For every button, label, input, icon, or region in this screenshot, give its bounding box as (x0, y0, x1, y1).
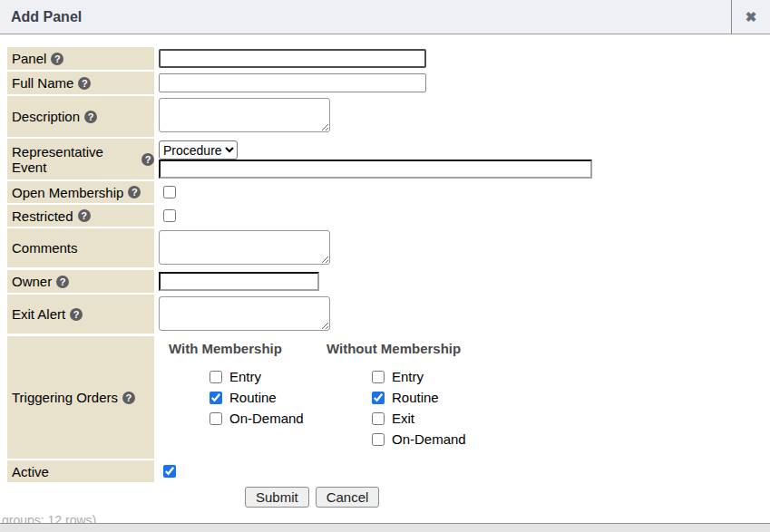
description-label: Description (12, 109, 80, 124)
triggering-orders-help-icon[interactable]: ? (122, 392, 135, 404)
without-routine-option: Routine (372, 387, 466, 408)
restricted-label-cell: Restricted ? (7, 205, 154, 227)
exit-alert-textarea[interactable] (159, 296, 330, 331)
active-label-cell: Active (7, 460, 154, 482)
with-on-demand-option: On-Demand (210, 408, 304, 429)
without-entry-checkbox[interactable] (372, 371, 385, 383)
row-description: Description ? (7, 96, 770, 137)
owner-label: Owner (12, 274, 52, 289)
with-on-demand-label: On-Demand (229, 411, 304, 426)
without-on-demand-option: On-Demand (372, 429, 466, 450)
with-on-demand-checkbox[interactable] (210, 412, 222, 425)
full-name-help-icon[interactable]: ? (78, 77, 91, 90)
comments-label: Comments (12, 240, 78, 256)
restricted-help-icon[interactable]: ? (78, 209, 91, 222)
comments-textarea[interactable] (159, 230, 330, 265)
with-entry-checkbox[interactable] (210, 371, 222, 383)
active-checkbox[interactable] (163, 465, 176, 478)
add-panel-form: Panel ? Full Name ? Description ? Repres… (0, 34, 770, 508)
cancel-button[interactable]: Cancel (316, 487, 380, 508)
row-panel: Panel ? (7, 47, 770, 70)
exit-alert-help-icon[interactable]: ? (70, 308, 83, 321)
row-representative-event: Representative Event ? Procedure (7, 139, 770, 179)
row-exit-alert: Exit Alert ? (7, 295, 770, 334)
without-on-demand-label: On-Demand (392, 431, 466, 447)
row-full-name: Full Name ? (7, 72, 770, 94)
representative-event-label: Representative Event (12, 144, 137, 175)
with-routine-checkbox[interactable] (210, 392, 222, 404)
without-membership-options: Entry Routine Exit On-Demand (372, 366, 466, 450)
close-button[interactable]: ✖ (731, 0, 770, 34)
row-active: Active (7, 460, 770, 482)
open-membership-checkbox[interactable] (163, 186, 176, 198)
description-textarea[interactable] (159, 98, 330, 132)
restricted-checkbox[interactable] (163, 209, 176, 222)
representative-event-type-select[interactable]: Procedure (159, 140, 238, 160)
triggering-orders-label-cell: Triggering Orders ? (7, 336, 154, 459)
row-owner: Owner ? (7, 270, 770, 293)
row-triggering-orders: Triggering Orders ? With Membership With… (7, 336, 770, 459)
representative-event-input[interactable] (159, 160, 592, 179)
owner-label-cell: Owner ? (7, 270, 154, 293)
owner-help-icon[interactable]: ? (56, 276, 69, 288)
row-open-membership: Open Membership ? (7, 181, 770, 203)
exit-alert-label: Exit Alert (12, 306, 65, 322)
close-icon: ✖ (746, 10, 757, 24)
description-help-icon[interactable]: ? (84, 111, 97, 123)
panel-label-cell: Panel ? (7, 47, 154, 70)
with-routine-option: Routine (210, 387, 304, 408)
exit-alert-label-cell: Exit Alert ? (7, 295, 154, 334)
with-entry-option: Entry (210, 366, 304, 387)
triggering-orders-label: Triggering Orders (12, 390, 118, 405)
full-name-input[interactable] (159, 73, 426, 92)
owner-input[interactable] (159, 272, 319, 291)
representative-event-label-cell: Representative Event ? (7, 139, 154, 179)
with-routine-label: Routine (229, 390, 277, 405)
open-membership-help-icon[interactable]: ? (128, 186, 141, 198)
without-entry-label: Entry (392, 369, 424, 384)
full-name-label-cell: Full Name ? (7, 72, 154, 94)
background-page-edge (0, 523, 770, 532)
representative-event-help-icon[interactable]: ? (141, 153, 154, 166)
modal-header: Add Panel ✖ (0, 0, 770, 34)
without-membership-header: Without Membership (327, 341, 461, 356)
row-comments: Comments (7, 228, 770, 268)
open-membership-label-cell: Open Membership ? (7, 181, 154, 203)
full-name-label: Full Name (12, 75, 73, 91)
without-exit-checkbox[interactable] (372, 412, 385, 425)
with-membership-header: With Membership (169, 341, 282, 356)
open-membership-label: Open Membership (12, 185, 123, 200)
panel-input[interactable] (159, 49, 426, 68)
panel-help-icon[interactable]: ? (51, 53, 63, 65)
restricted-label: Restricted (12, 208, 73, 224)
without-entry-option: Entry (372, 366, 466, 387)
with-entry-label: Entry (229, 369, 261, 384)
with-membership-options: Entry Routine On-Demand (210, 366, 304, 429)
comments-label-cell: Comments (7, 228, 154, 267)
active-label: Active (12, 464, 49, 479)
without-exit-option: Exit (372, 408, 466, 429)
description-label-cell: Description ? (7, 96, 154, 137)
without-routine-checkbox[interactable] (372, 392, 385, 404)
without-on-demand-checkbox[interactable] (372, 433, 385, 446)
row-restricted: Restricted ? (7, 205, 770, 227)
page-title: Add Panel (0, 0, 731, 34)
submit-button[interactable]: Submit (245, 487, 309, 508)
panel-label: Panel (12, 51, 46, 66)
without-exit-label: Exit (392, 411, 414, 426)
without-routine-label: Routine (392, 390, 439, 405)
form-actions: Submit Cancel (245, 487, 770, 508)
